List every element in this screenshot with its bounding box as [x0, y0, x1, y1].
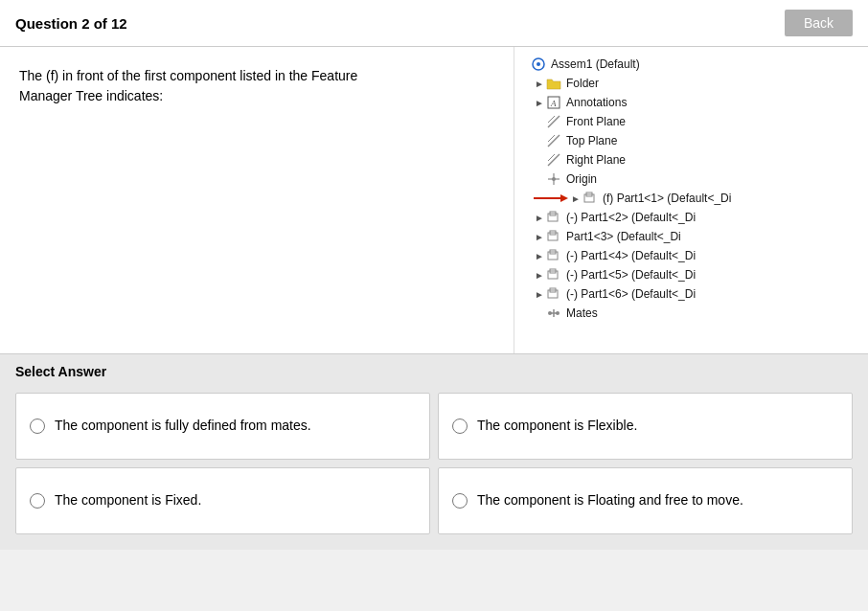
tree-icon-part1-1 — [582, 191, 599, 206]
tree-icon-assem1 — [530, 57, 547, 72]
tree-icon-part1-4 — [545, 248, 562, 263]
tree-icon-annotations: A — [545, 95, 562, 110]
answer-label-4: The component is Floating and free to mo… — [477, 491, 743, 510]
tree-item-annotations: ► A Annotations — [514, 93, 868, 112]
answer-option-2[interactable]: The component is Flexible. — [438, 393, 853, 460]
main-content: The (f) in front of the first component … — [0, 47, 868, 353]
select-answer-label: Select Answer — [15, 364, 106, 379]
tree-item-right-plane: Right Plane — [514, 150, 868, 170]
answer-radio-2[interactable] — [452, 419, 468, 434]
tree-label-part1-4: (-) Part1<4> (Default<_Di — [566, 249, 696, 262]
tree-label-annotations: Annotations — [566, 96, 627, 109]
svg-text:A: A — [550, 99, 557, 108]
tree-icon-origin — [545, 171, 562, 187]
tree-label-top-plane: Top Plane — [566, 134, 617, 147]
answer-option-1[interactable]: The component is fully defined from mate… — [15, 393, 430, 460]
expand-arrow-part1-5[interactable]: ► — [534, 270, 545, 281]
tree-label-right-plane: Right Plane — [566, 153, 626, 167]
answer-radio-4[interactable] — [452, 493, 468, 509]
answer-option-3[interactable]: The component is Fixed. — [15, 467, 430, 534]
answers-grid: The component is fully defined from mate… — [0, 385, 868, 550]
tree-icon-front-plane — [545, 114, 562, 129]
tree-label-part1-1: (f) Part1<1> (Default<_Di — [603, 192, 731, 205]
tree-icon-part1-3 — [545, 229, 562, 244]
tree-icon-top-plane — [545, 133, 562, 148]
tree-item-part1-4: ► (-) Part1<4> (Default<_Di — [514, 246, 868, 265]
tree-icon-part1-5 — [545, 267, 562, 283]
tree-icon-part1-6 — [545, 286, 562, 302]
red-arrow-indicator — [534, 192, 568, 204]
tree-icon-right-plane — [545, 152, 562, 168]
select-answer-section: Select Answer — [0, 353, 868, 385]
svg-point-12 — [552, 177, 556, 181]
answer-radio-1[interactable] — [30, 419, 45, 434]
answer-label-3: The component is Fixed. — [55, 491, 201, 510]
expand-arrow-part1-6[interactable]: ► — [534, 289, 545, 300]
svg-marker-14 — [560, 194, 568, 202]
tree-icon-folder — [545, 76, 562, 91]
header: Question 2 of 12 Back — [0, 0, 868, 47]
answer-radio-3[interactable] — [30, 493, 45, 509]
answer-label-1: The component is fully defined from mate… — [55, 417, 311, 436]
tree-label-assem1: Assem1 (Default) — [551, 57, 640, 71]
tree-item-part1-6: ► (-) Part1<6> (Default<_Di — [514, 284, 868, 304]
svg-line-8 — [548, 154, 560, 166]
expand-arrow-part1-1[interactable]: ► — [570, 193, 582, 204]
tree-item-front-plane: Front Plane — [514, 112, 868, 131]
expand-arrow-part1-3[interactable]: ► — [534, 232, 545, 242]
expand-arrow-annotations[interactable]: ► — [534, 98, 545, 108]
tree-item-part1-1: ► (f) Part1<1> (Default<_Di — [514, 189, 868, 208]
tree-label-part1-2: (-) Part1<2> (Default<_Di — [566, 211, 696, 224]
answer-option-4[interactable]: The component is Floating and free to mo… — [438, 467, 853, 534]
question-text: The (f) in front of the first component … — [19, 66, 383, 106]
svg-line-4 — [548, 116, 560, 127]
answer-label-2: The component is Flexible. — [477, 417, 637, 436]
tree-item-top-plane: Top Plane — [514, 131, 868, 150]
svg-point-29 — [548, 311, 552, 315]
tree-label-folder: Folder — [566, 77, 599, 90]
tree-icon-mates — [545, 306, 562, 321]
question-counter: Question 2 of 12 — [15, 15, 127, 32]
tree-label-mates: Mates — [566, 306, 598, 320]
expand-arrow-part1-2[interactable]: ► — [534, 213, 545, 223]
tree-item-origin: Origin — [514, 170, 868, 189]
expand-arrow-folder[interactable]: ► — [534, 79, 545, 89]
question-area: The (f) in front of the first component … — [0, 47, 514, 353]
tree-label-part1-3: Part1<3> (Default<_Di — [566, 230, 681, 243]
tree-item-folder: ► Folder — [514, 74, 868, 93]
svg-point-30 — [556, 311, 560, 315]
svg-line-6 — [548, 135, 560, 147]
tree-label-front-plane: Front Plane — [566, 115, 626, 128]
tree-label-part1-5: (-) Part1<5> (Default<_Di — [566, 268, 696, 282]
feature-tree-panel: Assem1 (Default) ► Folder ► A Annotation… — [514, 47, 868, 353]
tree-label-origin: Origin — [566, 172, 597, 186]
tree-item-assem1: Assem1 (Default) — [514, 55, 868, 74]
tree-item-part1-3: ► Part1<3> (Default<_Di — [514, 227, 868, 246]
expand-arrow-part1-4[interactable]: ► — [534, 251, 545, 261]
back-button[interactable]: Back — [785, 10, 853, 36]
svg-point-1 — [537, 62, 540, 66]
tree-item-part1-5: ► (-) Part1<5> (Default<_Di — [514, 265, 868, 284]
tree-item-mates: Mates — [514, 304, 868, 323]
tree-label-part1-6: (-) Part1<6> (Default<_Di — [566, 287, 696, 301]
tree-item-part1-2: ► (-) Part1<2> (Default<_Di — [514, 208, 868, 227]
tree-icon-part1-2 — [545, 210, 562, 225]
